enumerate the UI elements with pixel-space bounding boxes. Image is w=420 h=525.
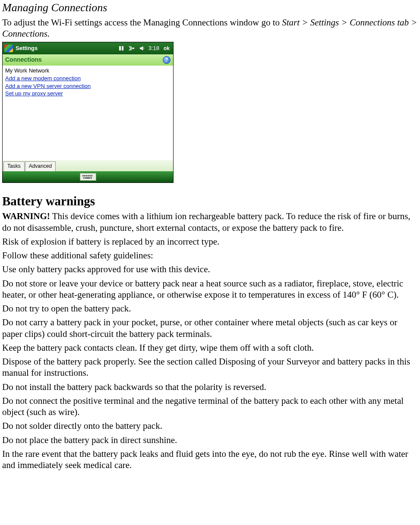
connections-title: Connections — [5, 56, 42, 64]
intro-paragraph: To adjust the Wi-Fi settings access the … — [2, 17, 418, 40]
body-paragraph: Use only battery packs approved for use … — [2, 264, 418, 275]
svg-rect-6 — [84, 175, 85, 176]
body-paragraph: Do not carry a battery pack in your pock… — [2, 317, 418, 340]
svg-rect-7 — [86, 175, 87, 176]
svg-rect-11 — [83, 177, 85, 179]
volume-icon[interactable] — [138, 45, 146, 52]
wm-taskbar: Settings 3:18 ok — [3, 42, 173, 54]
body-paragraph: Do not place the battery pack in direct … — [2, 434, 418, 446]
body-paragraph: Keep the battery pack contacts clean. If… — [2, 342, 418, 353]
svg-rect-4 — [82, 174, 95, 179]
svg-rect-1 — [122, 46, 123, 50]
warning-paragraph: WARNING! This device comes with a lithiu… — [2, 211, 418, 233]
body-paragraph: Risk of explosion if battery is replaced… — [2, 236, 418, 247]
network-label: My Work Network — [5, 67, 171, 74]
ok-button[interactable]: ok — [162, 44, 171, 53]
sync-icon[interactable] — [117, 45, 125, 52]
section-heading-managing-connections: Managing Connections — [2, 1, 418, 15]
svg-point-2 — [133, 47, 134, 49]
body-paragraph: Follow these additional safety guideline… — [2, 250, 418, 261]
intro-text-plain: To adjust the Wi-Fi settings access the … — [2, 17, 282, 28]
body-paragraph: Do not store or leave your device or bat… — [2, 278, 418, 301]
svg-rect-0 — [119, 46, 121, 50]
body-paragraph: Do not try to open the battery pack. — [2, 303, 418, 314]
clock[interactable]: 3:18 — [148, 45, 159, 52]
body-paragraph: Do not connect the positive terminal and… — [2, 395, 418, 418]
body-paragraph: Dispose of the battery pack properly. Se… — [2, 356, 418, 379]
svg-rect-12 — [85, 177, 90, 179]
tab-tasks[interactable]: Tasks — [3, 161, 25, 171]
svg-rect-13 — [91, 177, 92, 179]
body-paragraph: Do not install the battery pack backward… — [2, 381, 418, 393]
body-paragraph: Do not solder directly onto the battery … — [2, 420, 418, 431]
tab-advanced[interactable]: Advanced — [25, 161, 56, 171]
svg-rect-5 — [82, 175, 84, 176]
window-title: Settings — [16, 45, 38, 52]
link-add-vpn[interactable]: Add a new VPN server connection — [5, 83, 91, 90]
body-paragraph: In the rare event that the battery pack … — [2, 448, 418, 471]
help-icon[interactable]: ? — [163, 56, 171, 64]
warning-text: This device comes with a lithium ion rec… — [2, 211, 411, 233]
svg-rect-10 — [91, 175, 92, 176]
softkey-bar — [3, 171, 173, 182]
svg-marker-3 — [140, 46, 143, 50]
connections-header: Connections ? — [3, 54, 173, 66]
tab-strip: Tasks Advanced — [3, 160, 173, 171]
client-area: My Work Network Add a new modem connecti… — [3, 66, 173, 160]
warning-label: WARNING! — [2, 211, 50, 221]
sip-keyboard-icon[interactable] — [80, 173, 96, 181]
link-setup-proxy[interactable]: Set up my proxy server — [5, 90, 63, 97]
start-flag-icon[interactable] — [4, 44, 13, 52]
svg-rect-9 — [89, 175, 91, 176]
embedded-screenshot: Settings 3:18 ok Connections ? My Work N… — [2, 42, 174, 183]
signal-icon[interactable] — [128, 45, 136, 52]
link-add-modem[interactable]: Add a new modem connection — [5, 75, 81, 82]
svg-rect-8 — [88, 175, 89, 176]
section-heading-battery-warnings: Battery warnings — [2, 193, 418, 209]
